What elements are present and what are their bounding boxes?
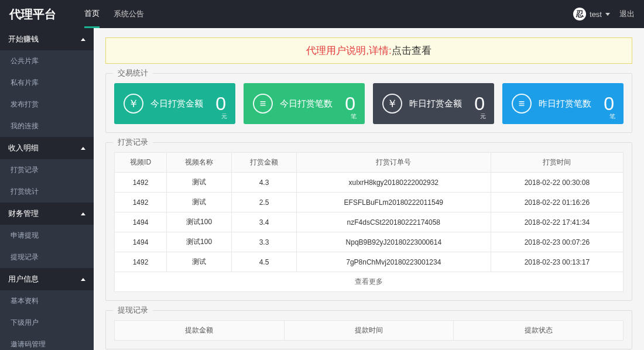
stat-unit: 元 xyxy=(221,112,227,121)
sidebar: 开始赚钱公共片库私有片库发布打赏我的连接收入明细打赏记录打赏统计财务管理申请提现… xyxy=(0,28,94,350)
table-cell: 测试 xyxy=(167,252,232,272)
logo: 代理平台 xyxy=(9,6,56,22)
chevron-up-icon xyxy=(81,147,85,150)
table-row: 1494测试1003.3NpqB9B92yJ201802230006142018… xyxy=(115,232,624,252)
see-more-row[interactable]: 查看更多 xyxy=(115,272,624,292)
chevron-up-icon xyxy=(81,278,85,281)
records-table: 视频ID视频名称打赏金额打赏订单号打赏时间 1492测试4.3xuIxrH8kg… xyxy=(114,152,624,292)
table-cell: 3.4 xyxy=(232,212,297,232)
stat-icon: ≡ xyxy=(512,94,532,114)
table-cell: 2018-02-22 01:16:26 xyxy=(491,193,623,212)
logout-link[interactable]: 退出 xyxy=(619,9,635,19)
table-row: 1492测试4.3xuIxrH8kgy201802220029322018-02… xyxy=(115,173,624,193)
table-cell: 测试 xyxy=(167,173,232,193)
table-row: 1492测试4.57gP8nChMvj201802230012342018-02… xyxy=(115,252,624,272)
chevron-up-icon xyxy=(81,38,85,41)
nav-home[interactable]: 首页 xyxy=(84,0,100,28)
table-cell: 1492 xyxy=(115,252,167,272)
sidebar-item[interactable]: 打赏统计 xyxy=(0,181,94,203)
table-cell: 7gP8nChMvj20180223001234 xyxy=(296,252,491,272)
table-cell: 4.5 xyxy=(232,252,297,272)
stats-legend: 交易统计 xyxy=(113,68,153,78)
sidebar-item[interactable]: 基本资料 xyxy=(0,290,94,312)
stat-card: ￥今日打赏金额0元 xyxy=(114,83,235,124)
table-cell: EFSFLBuFLm20180222011549 xyxy=(296,193,491,212)
stat-card: ￥昨日打赏金额0元 xyxy=(373,83,494,124)
table-cell: 2018-02-22 17:41:34 xyxy=(491,212,623,232)
sidebar-item[interactable]: 申请提现 xyxy=(0,225,94,246)
notice-banner[interactable]: 代理用户说明,详情:点击查看 xyxy=(105,37,632,64)
table-cell: 4.3 xyxy=(232,173,297,193)
table-cell: 2.5 xyxy=(232,193,297,212)
table-cell: NpqB9B92yJ20180223000614 xyxy=(296,232,491,252)
sidebar-item[interactable]: 邀请码管理 xyxy=(0,334,94,350)
table-cell: 3.3 xyxy=(232,232,297,252)
table-header: 提款时间 xyxy=(284,321,454,341)
table-cell: 2018-02-23 00:13:17 xyxy=(491,252,623,272)
stat-icon: ￥ xyxy=(124,94,143,114)
stat-card: ≡昨日打赏笔数0笔 xyxy=(502,83,624,124)
table-header: 提款金额 xyxy=(115,321,285,341)
user-menu[interactable]: 忍 test xyxy=(573,8,610,20)
withdraw-legend: 提现记录 xyxy=(113,305,153,315)
table-cell: 1494 xyxy=(115,232,167,252)
stat-value: 0 xyxy=(345,93,355,115)
table-header: 打赏金额 xyxy=(232,153,297,173)
table-cell: 测试100 xyxy=(167,232,232,252)
sidebar-item[interactable]: 发布打赏 xyxy=(0,94,94,115)
table-header: 视频名称 xyxy=(167,153,232,173)
nav-announce[interactable]: 系统公告 xyxy=(114,0,144,28)
chevron-up-icon xyxy=(81,212,85,215)
stat-label: 今日打赏笔数 xyxy=(280,98,333,109)
table-row: 1492测试2.5EFSFLBuFLm201802220115492018-02… xyxy=(115,193,624,212)
stat-label: 昨日打赏金额 xyxy=(409,98,462,109)
sidebar-item[interactable]: 公共片库 xyxy=(0,50,94,72)
notice-text: 代理用户说明,详情: xyxy=(306,45,391,56)
records-section: 打赏记录 视频ID视频名称打赏金额打赏订单号打赏时间 1492测试4.3xuIx… xyxy=(105,142,632,301)
notice-link[interactable]: 点击查看 xyxy=(392,45,431,56)
main-content: 代理用户说明,详情:点击查看 交易统计 ￥今日打赏金额0元≡今日打赏笔数0笔￥昨… xyxy=(94,28,644,350)
table-cell: 测试100 xyxy=(167,212,232,232)
table-header: 打赏时间 xyxy=(491,153,623,173)
stat-unit: 元 xyxy=(480,112,486,121)
table-cell: 1492 xyxy=(115,193,167,212)
table-header: 视频ID xyxy=(115,153,167,173)
topbar: 代理平台 首页 系统公告 忍 test 退出 xyxy=(0,0,644,28)
table-cell: 1494 xyxy=(115,212,167,232)
chevron-down-icon xyxy=(605,13,610,16)
table-row: 1494测试1003.4nzF4dsCSt2201802221740582018… xyxy=(115,212,624,232)
table-header: 提款状态 xyxy=(454,321,624,341)
stat-icon: ≡ xyxy=(253,94,273,114)
sidebar-group-header[interactable]: 收入明细 xyxy=(0,137,94,159)
stat-unit: 笔 xyxy=(609,112,615,121)
withdraw-section: 提现记录 提款金额提款时间提款状态 xyxy=(105,310,632,349)
username: test xyxy=(590,10,602,19)
top-nav: 首页 系统公告 xyxy=(84,0,144,28)
sidebar-item[interactable]: 下级用户 xyxy=(0,312,94,334)
sidebar-group-header[interactable]: 开始赚钱 xyxy=(0,28,94,50)
stat-label: 今日打赏金额 xyxy=(150,98,203,109)
withdraw-table: 提款金额提款时间提款状态 xyxy=(114,320,624,341)
sidebar-group-header[interactable]: 用户信息 xyxy=(0,268,94,290)
stat-card: ≡今日打赏笔数0笔 xyxy=(244,83,365,124)
table-cell: 2018-02-23 00:07:26 xyxy=(491,232,623,252)
table-cell: nzF4dsCSt220180222174058 xyxy=(296,212,491,232)
avatar-icon: 忍 xyxy=(573,8,586,20)
table-header: 打赏订单号 xyxy=(296,153,491,173)
table-cell: xuIxrH8kgy20180222002932 xyxy=(296,173,491,193)
stats-section: 交易统计 ￥今日打赏金额0元≡今日打赏笔数0笔￥昨日打赏金额0元≡昨日打赏笔数0… xyxy=(105,73,632,133)
stat-value: 0 xyxy=(215,93,226,115)
stat-unit: 笔 xyxy=(351,112,357,121)
records-legend: 打赏记录 xyxy=(113,137,153,147)
table-cell: 1492 xyxy=(115,173,167,193)
sidebar-group-header[interactable]: 财务管理 xyxy=(0,203,94,225)
table-cell: 2018-02-22 00:30:08 xyxy=(491,173,623,193)
sidebar-item[interactable]: 私有片库 xyxy=(0,72,94,94)
sidebar-item[interactable]: 我的连接 xyxy=(0,115,94,137)
sidebar-item[interactable]: 提现记录 xyxy=(0,246,94,268)
sidebar-item[interactable]: 打赏记录 xyxy=(0,159,94,181)
stat-label: 昨日打赏笔数 xyxy=(539,98,591,109)
stat-value: 0 xyxy=(474,93,485,115)
stat-value: 0 xyxy=(604,93,614,115)
table-cell: 测试 xyxy=(167,193,232,212)
